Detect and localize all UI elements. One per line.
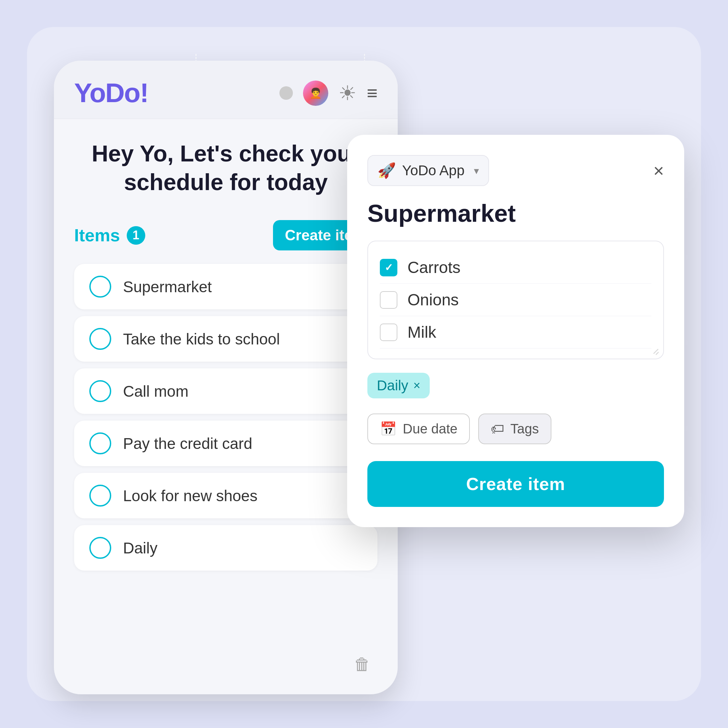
phone-header: YoDo! 🧑‍🦱 ☀ ≡: [54, 61, 398, 119]
modal-title: Supermarket: [367, 200, 664, 227]
checkbox-onions[interactable]: [380, 291, 398, 309]
checkbox-milk[interactable]: [380, 324, 398, 341]
sun-icon[interactable]: ☀: [338, 81, 356, 105]
items-bar: Items 1 Create item: [74, 220, 378, 251]
avatar[interactable]: 🧑‍🦱: [303, 81, 328, 106]
task-checkbox-daily[interactable]: [89, 537, 111, 559]
checklist-label-onions: Onions: [407, 291, 459, 309]
app-selector[interactable]: 🚀 YoDo App ▾: [367, 155, 489, 186]
task-label-shoes: Look for new shoes: [123, 487, 257, 505]
rocket-icon: 🚀: [378, 162, 396, 179]
items-badge: 1: [127, 226, 145, 245]
header-icons: 🧑‍🦱 ☀ ≡: [279, 81, 378, 106]
modal-close-button[interactable]: ×: [653, 161, 664, 180]
task-label-call-mom: Call mom: [123, 382, 188, 401]
modal-header: 🚀 YoDo App ▾ ×: [367, 155, 664, 186]
task-checkbox-credit-card[interactable]: [89, 433, 111, 454]
task-label-credit-card: Pay the credit card: [123, 434, 252, 453]
items-text: Items: [74, 225, 120, 245]
tags-label: Tags: [510, 421, 539, 436]
phone-body: Hey Yo, Let's check your schedule for to…: [54, 119, 398, 694]
outer-container: YoDo! 🧑‍🦱 ☀ ≡ Hey Yo, Let's check your s…: [27, 27, 701, 701]
chevron-down-icon: ▾: [474, 165, 479, 177]
create-item-button[interactable]: Create item: [367, 461, 664, 507]
trash-icon[interactable]: 🗑: [354, 655, 371, 674]
task-list: Supermarket Take the kids to school Call…: [74, 264, 378, 570]
phone-mockup: YoDo! 🧑‍🦱 ☀ ≡ Hey Yo, Let's check your s…: [54, 61, 398, 694]
checklist-label-milk: Milk: [407, 323, 436, 341]
task-item-shoes[interactable]: Look for new shoes: [74, 473, 378, 518]
daily-tag-remove[interactable]: ×: [413, 378, 420, 393]
dot-indicator: [279, 86, 293, 100]
task-item-kids[interactable]: Take the kids to school: [74, 316, 378, 362]
tags-button[interactable]: 🏷 Tags: [478, 413, 551, 444]
calendar-icon: 📅: [380, 421, 397, 437]
daily-tag: Daily ×: [367, 373, 430, 398]
task-label-daily: Daily: [123, 539, 158, 557]
checklist-item-milk[interactable]: Milk: [380, 316, 652, 349]
items-label: Items 1: [74, 225, 145, 245]
daily-tag-label: Daily: [377, 378, 408, 394]
due-date-label: Due date: [403, 421, 457, 436]
checklist-item-onions[interactable]: Onions: [380, 284, 652, 316]
task-label-kids: Take the kids to school: [123, 330, 280, 348]
task-item-supermarket[interactable]: Supermarket: [74, 264, 378, 309]
task-label-supermarket: Supermarket: [123, 278, 212, 296]
checklist-item-carrots[interactable]: Carrots: [380, 251, 652, 284]
task-checkbox-supermarket[interactable]: [89, 276, 111, 298]
app-logo: YoDo!: [74, 78, 148, 109]
checkbox-carrots[interactable]: [380, 259, 398, 276]
task-item-credit-card[interactable]: Pay the credit card: [74, 421, 378, 466]
checklist-box: Carrots Onions Milk: [367, 241, 664, 359]
due-date-button[interactable]: 📅 Due date: [367, 413, 470, 444]
action-buttons: 📅 Due date 🏷 Tags: [367, 413, 664, 444]
checklist-label-carrots: Carrots: [407, 258, 460, 277]
task-checkbox-shoes[interactable]: [89, 485, 111, 506]
create-item-modal: 🚀 YoDo App ▾ × Supermarket Carrots Onion…: [347, 135, 684, 527]
resize-handle[interactable]: [651, 347, 659, 355]
menu-icon[interactable]: ≡: [367, 84, 378, 102]
task-item-daily[interactable]: Daily: [74, 525, 378, 570]
tag-icon: 🏷: [491, 421, 504, 436]
task-checkbox-kids[interactable]: [89, 328, 111, 350]
greeting-text: Hey Yo, Let's check your schedule for to…: [74, 139, 378, 196]
task-item-call-mom[interactable]: Call mom: [74, 369, 378, 414]
task-checkbox-call-mom[interactable]: [89, 380, 111, 402]
app-selector-label: YoDo App: [402, 162, 465, 179]
